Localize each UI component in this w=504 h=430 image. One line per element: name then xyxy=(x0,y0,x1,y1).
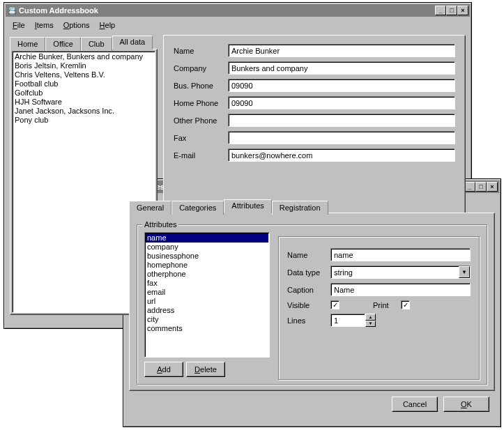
company-field[interactable] xyxy=(228,61,455,75)
caption-field[interactable] xyxy=(330,283,471,296)
menu-file[interactable]: File xyxy=(8,20,29,31)
list-item[interactable]: Archie Bunker, Bunkers and company xyxy=(13,52,154,61)
list-item[interactable]: fax xyxy=(146,279,268,288)
ok-button[interactable]: OK xyxy=(443,397,489,412)
settings-window: 📇 Addressbook Settings _ □ × General Cat… xyxy=(123,178,501,427)
list-item[interactable]: url xyxy=(146,297,268,306)
busphone-label: Bus. Phone xyxy=(174,82,228,90)
list-item[interactable]: Boris Jeltsin, Kremlin xyxy=(13,61,154,70)
email-label: E-mail xyxy=(174,151,228,160)
list-item[interactable]: name xyxy=(146,233,268,243)
attr-name-label: Name xyxy=(287,251,330,259)
otherphone-field[interactable] xyxy=(228,114,455,127)
caption-label: Caption xyxy=(287,286,330,294)
print-label: Print xyxy=(373,301,401,309)
spinner-up-icon[interactable]: ▲ xyxy=(365,314,376,321)
close-button[interactable]: × xyxy=(457,6,468,15)
fax-label: Fax xyxy=(174,134,228,142)
list-item[interactable]: city xyxy=(146,315,268,324)
datatype-value: string xyxy=(331,268,459,277)
tab-home[interactable]: Home xyxy=(10,37,45,51)
name-field[interactable] xyxy=(228,44,455,57)
list-item[interactable]: comments xyxy=(146,324,268,333)
tab-categories[interactable]: Categories xyxy=(171,201,224,215)
visible-checkbox[interactable]: ✓ xyxy=(330,300,339,309)
attr-name-field[interactable] xyxy=(330,248,471,261)
datatype-label: Data type xyxy=(287,268,330,277)
menu-options[interactable]: Options xyxy=(59,20,94,31)
homephone-label: Home Phone xyxy=(174,99,228,107)
list-item[interactable]: Janet Jackson, Jacksons Inc. xyxy=(13,107,154,116)
app-icon: 📇 xyxy=(7,6,17,15)
attributes-caption: Attributes xyxy=(142,220,178,229)
list-item[interactable]: otherphone xyxy=(146,270,268,279)
list-item[interactable]: Chris Veltens, Veltens B.V. xyxy=(13,70,154,79)
cancel-button[interactable]: Cancel xyxy=(392,397,438,412)
list-item[interactable]: Pony club xyxy=(13,116,154,125)
main-tabs: Home Office Club All data xyxy=(10,35,158,49)
close-button[interactable]: × xyxy=(487,182,498,192)
spinner-down-icon[interactable]: ▼ xyxy=(365,321,376,328)
minimize-button[interactable]: _ xyxy=(435,6,446,15)
minimize-button[interactable]: _ xyxy=(464,182,475,192)
add-button[interactable]: Add xyxy=(144,362,183,377)
list-item[interactable]: businessphone xyxy=(146,252,268,261)
main-title: Custom Addressbook xyxy=(19,6,435,15)
otherphone-label: Other Phone xyxy=(174,116,228,125)
menu-help[interactable]: Help xyxy=(96,20,120,31)
chevron-down-icon[interactable]: ▼ xyxy=(459,266,470,278)
visible-label: Visible xyxy=(287,301,330,309)
delete-button[interactable]: Delete xyxy=(186,362,225,377)
list-item[interactable]: Golfclub xyxy=(13,89,154,98)
lines-field[interactable] xyxy=(330,314,365,327)
main-titlebar[interactable]: 📇 Custom Addressbook _ □ × xyxy=(6,4,470,17)
datatype-select[interactable]: string ▼ xyxy=(330,266,471,279)
list-item[interactable]: HJH Software xyxy=(13,98,154,107)
busphone-field[interactable] xyxy=(228,79,455,92)
menu-items[interactable]: Items xyxy=(31,20,58,31)
maximize-button[interactable]: □ xyxy=(475,182,487,192)
lines-spinner[interactable]: ▲ ▼ xyxy=(330,314,376,327)
menubar: File Items Options Help xyxy=(4,18,471,32)
attributes-listbox[interactable]: name company businessphone homephone oth… xyxy=(144,232,270,358)
fax-field[interactable] xyxy=(228,131,455,144)
list-item[interactable]: address xyxy=(146,306,268,315)
tab-all-data[interactable]: All data xyxy=(112,36,153,49)
tab-registration[interactable]: Registration xyxy=(272,201,328,215)
maximize-button[interactable]: □ xyxy=(446,6,457,15)
print-checkbox[interactable]: ✓ xyxy=(401,300,410,309)
email-field[interactable] xyxy=(228,148,455,162)
tab-general[interactable]: General xyxy=(129,201,171,215)
lines-label: Lines xyxy=(287,316,330,325)
list-item[interactable]: company xyxy=(146,243,268,252)
company-label: Company xyxy=(174,64,228,72)
list-item[interactable]: Football club xyxy=(13,79,154,89)
homephone-field[interactable] xyxy=(228,96,455,109)
list-item[interactable]: homephone xyxy=(146,261,268,270)
name-label: Name xyxy=(174,47,228,55)
tab-office[interactable]: Office xyxy=(45,37,81,51)
list-item[interactable]: email xyxy=(146,288,268,297)
settings-tabs: General Categories Attributes Registrati… xyxy=(129,199,495,213)
tab-club[interactable]: Club xyxy=(81,37,112,51)
tab-attributes[interactable]: Attributes xyxy=(224,199,271,213)
